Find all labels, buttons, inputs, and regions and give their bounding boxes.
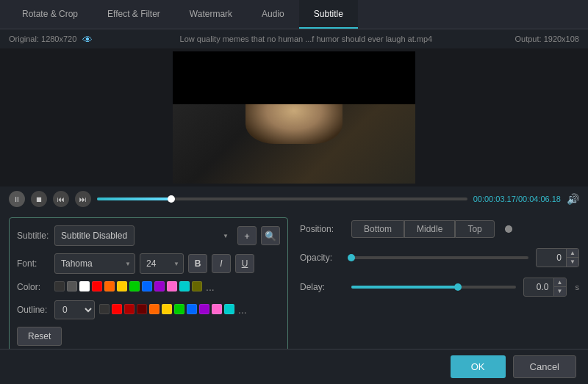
color-swatch[interactable] — [129, 281, 140, 291]
ok-button[interactable]: OK — [451, 355, 506, 378]
font-select-wrapper: Tahoma — [54, 253, 135, 274]
color-swatch[interactable] — [104, 281, 115, 291]
info-bar: Original: 1280x720 Low quality memes tha… — [0, 29, 588, 48]
underline-button[interactable]: U — [235, 254, 254, 273]
opacity-decrement[interactable]: ▼ — [567, 258, 578, 267]
tab-watermark[interactable]: Watermark — [175, 0, 247, 29]
reset-row: Reset — [17, 327, 280, 346]
outline-swatch[interactable] — [112, 304, 122, 314]
color-swatch[interactable] — [154, 281, 165, 291]
video-player — [173, 51, 415, 184]
subtitle-select-wrapper: Subtitle Disabled — [54, 225, 233, 246]
position-bottom-button[interactable]: Bottom — [351, 220, 404, 238]
outline-color-swatches: ... — [99, 304, 247, 316]
opacity-slider[interactable] — [351, 256, 528, 259]
more-outline-colors-button[interactable]: ... — [238, 304, 247, 316]
outline-swatch[interactable] — [212, 304, 222, 314]
opacity-row: Opacity: ▲ ▼ — [300, 248, 579, 267]
opacity-spin-buttons: ▲ ▼ — [566, 249, 578, 267]
tab-subtitle[interactable]: Subtitle — [299, 0, 358, 29]
time-display: 00:00:03.17/00:04:06.18 — [473, 195, 561, 203]
color-row: Color: ... — [17, 281, 280, 293]
color-swatch[interactable] — [142, 281, 152, 291]
prev-button[interactable]: ⏮ — [53, 191, 69, 207]
delay-row: Delay: ▲ ▼ s — [300, 278, 579, 297]
outline-swatch[interactable] — [224, 304, 234, 314]
next-button[interactable]: ⏭ — [75, 191, 91, 207]
preview-toggle[interactable] — [82, 34, 97, 44]
delay-increment[interactable]: ▲ — [554, 278, 566, 287]
position-middle-button[interactable]: Middle — [404, 220, 455, 238]
tab-audio[interactable]: Audio — [247, 0, 299, 29]
outline-select[interactable]: 0 — [54, 300, 95, 319]
original-size: Original: 1280x720 — [9, 35, 76, 43]
position-buttons: Bottom Middle Top — [351, 220, 495, 238]
outline-swatch[interactable] — [99, 304, 110, 314]
outline-swatch[interactable] — [124, 304, 135, 314]
subtitle-select[interactable]: Subtitle Disabled — [54, 225, 135, 246]
reset-button[interactable]: Reset — [17, 327, 62, 346]
outline-swatch[interactable] — [162, 304, 172, 314]
right-panel: Position: Bottom Middle Top Opacity: — [300, 217, 579, 354]
position-label: Position: — [300, 224, 344, 234]
color-swatch[interactable] — [67, 281, 77, 291]
cancel-button[interactable]: Cancel — [513, 355, 576, 378]
color-label: Color: — [17, 282, 50, 292]
add-subtitle-button[interactable]: + — [237, 226, 257, 245]
search-subtitle-button[interactable]: 🔍 — [261, 226, 280, 245]
font-size-select[interactable]: 24 — [140, 253, 184, 274]
volume-icon[interactable]: 🔊 — [567, 193, 579, 205]
color-swatch[interactable] — [192, 281, 202, 291]
progress-bar[interactable] — [97, 198, 467, 200]
outline-swatch[interactable] — [187, 304, 197, 314]
color-swatches: ... — [54, 281, 215, 293]
tab-rotate-crop[interactable]: Rotate & Crop — [7, 0, 93, 29]
delay-slider[interactable] — [351, 286, 516, 289]
color-swatch[interactable] — [117, 281, 127, 291]
delay-thumb — [454, 283, 462, 291]
subtitle-row: Subtitle: Subtitle Disabled + 🔍 — [17, 225, 280, 246]
outline-swatch[interactable] — [137, 304, 147, 314]
opacity-input[interactable] — [537, 250, 566, 265]
color-swatch[interactable] — [179, 281, 190, 291]
position-row: Position: Bottom Middle Top — [300, 220, 579, 238]
delay-input[interactable] — [524, 280, 553, 294]
main-content: Original: 1280x720 Low quality memes tha… — [0, 29, 588, 384]
more-colors-button[interactable]: ... — [206, 281, 215, 293]
color-swatch[interactable] — [92, 281, 102, 291]
color-swatch[interactable] — [167, 281, 177, 291]
output-size: Output: 1920x108 — [515, 35, 579, 43]
position-color-indicator — [505, 225, 512, 233]
delay-unit: s — [576, 283, 580, 291]
preview-area — [0, 48, 588, 186]
tab-bar: Rotate & Crop Effect & Filter Watermark … — [0, 0, 588, 29]
color-swatch[interactable] — [54, 281, 65, 291]
bottom-panel: Subtitle: Subtitle Disabled + 🔍 Font: Ta… — [0, 211, 588, 360]
italic-button[interactable]: I — [212, 254, 231, 273]
delay-spin-buttons: ▲ ▼ — [553, 278, 566, 296]
bold-button[interactable]: B — [188, 254, 207, 273]
pause-button[interactable]: ⏸ — [9, 191, 25, 207]
outline-swatch[interactable] — [149, 304, 159, 314]
tab-effect-filter[interactable]: Effect & Filter — [93, 0, 175, 29]
opacity-input-box: ▲ ▼ — [536, 248, 579, 267]
outline-label: Outline: — [17, 305, 50, 315]
controls-bar: ⏸ ⏹ ⏮ ⏭ 00:00:03.17/00:04:06.18 🔊 — [0, 186, 588, 211]
stop-button[interactable]: ⏹ — [31, 191, 47, 207]
opacity-label: Opacity: — [300, 253, 344, 263]
opacity-thumb — [348, 254, 355, 261]
font-size-select-wrapper: 24 — [140, 253, 184, 274]
delay-fill — [351, 286, 458, 289]
opacity-increment[interactable]: ▲ — [567, 249, 578, 258]
delay-decrement[interactable]: ▼ — [554, 287, 566, 296]
outline-swatch[interactable] — [199, 304, 209, 314]
delay-label: Delay: — [300, 282, 344, 292]
progress-fill — [97, 198, 171, 200]
color-swatch[interactable] — [79, 281, 90, 291]
video-thumbnail — [173, 51, 415, 184]
subtitle-label: Subtitle: — [17, 231, 50, 241]
position-top-button[interactable]: Top — [455, 220, 494, 238]
font-select[interactable]: Tahoma — [54, 253, 135, 274]
outline-swatch[interactable] — [174, 304, 184, 314]
font-label: Font: — [17, 258, 50, 269]
